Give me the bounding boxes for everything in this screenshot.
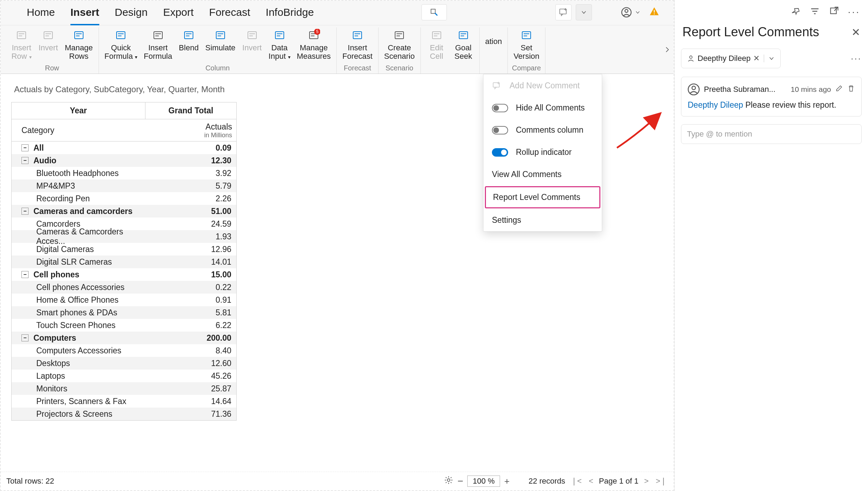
svg-text:5: 5 bbox=[316, 29, 319, 34]
more-icon[interactable]: ··· bbox=[848, 6, 860, 18]
ribbon-btn-manage[interactable]: 5ManageMeasures bbox=[294, 27, 334, 62]
ribbon-btn-data[interactable]: DataInput ▾ bbox=[266, 27, 293, 62]
ribbon-btn-insert[interactable]: InsertFormula bbox=[141, 27, 175, 62]
col-header-year[interactable]: Year bbox=[12, 102, 145, 119]
ribbon-btn-invert: Invert bbox=[239, 27, 265, 62]
comment-mention[interactable]: Deepthy Dileep bbox=[688, 100, 743, 109]
close-icon[interactable]: ✕ bbox=[851, 26, 860, 38]
subcategory-row[interactable]: Home & Office Phones0.91 bbox=[12, 294, 236, 306]
ribbon-btn-manage[interactable]: ManageRows bbox=[62, 27, 96, 62]
row-value: 5.79 bbox=[145, 181, 236, 191]
page-last-button[interactable]: >❘ bbox=[654, 477, 668, 486]
user-menu-button[interactable] bbox=[618, 5, 643, 19]
zoom-out-button[interactable]: − bbox=[457, 476, 463, 487]
ribbon-btn-set[interactable]: SetVersion bbox=[511, 27, 542, 62]
tab-infobridge[interactable]: InfoBridge bbox=[266, 4, 314, 25]
comment-card[interactable]: Preetha Subraman... 10 mins ago Deepthy … bbox=[681, 77, 862, 117]
toggle-icon[interactable] bbox=[492, 126, 508, 134]
edit-comment-icon[interactable] bbox=[835, 84, 843, 94]
ribbon-btn-blend[interactable]: Blend bbox=[176, 27, 202, 62]
pin-icon[interactable] bbox=[791, 6, 801, 18]
zoom-in-button[interactable]: + bbox=[504, 476, 510, 487]
subcategory-row[interactable]: Laptops45.26 bbox=[12, 370, 236, 382]
ribbon-btn-ation[interactable]: ation bbox=[482, 27, 505, 47]
category-row[interactable]: −Audio12.30 bbox=[12, 154, 236, 167]
panel-title: Report Level Comments bbox=[682, 25, 819, 39]
menu-hide-all-comments[interactable]: Hide All Comments bbox=[483, 97, 602, 119]
delete-comment-icon[interactable] bbox=[847, 84, 855, 94]
data-grid[interactable]: Year Grand Total Category Actuals in Mil… bbox=[11, 102, 237, 421]
row-label: Computers bbox=[33, 333, 76, 343]
subcategory-row[interactable]: Bluetooth Headphones3.92 bbox=[12, 167, 236, 180]
subcategory-row[interactable]: Desktops12.60 bbox=[12, 357, 236, 370]
new-comment-button[interactable] bbox=[555, 4, 572, 20]
subcategory-row[interactable]: Smart phones & PDAs5.81 bbox=[12, 306, 236, 319]
row-value: 3.92 bbox=[145, 169, 236, 178]
category-row[interactable]: −All0.09 bbox=[12, 141, 236, 154]
tab-insert[interactable]: Insert bbox=[70, 4, 99, 25]
menu-settings[interactable]: Settings bbox=[483, 209, 602, 231]
chevron-down-icon[interactable] bbox=[768, 55, 775, 62]
menu-report-level-comments[interactable]: Report Level Comments bbox=[485, 186, 600, 208]
subcategory-row[interactable]: Cell phones Accessories0.22 bbox=[12, 281, 236, 294]
collapse-icon[interactable]: − bbox=[21, 334, 29, 341]
tab-forecast[interactable]: Forecast bbox=[209, 4, 250, 25]
add-comment-icon bbox=[492, 81, 502, 90]
ribbon-btn-insert: InsertRow ▾ bbox=[8, 27, 35, 62]
row-label: Cameras & Camcorders Acces... bbox=[36, 227, 145, 246]
measure-header: Actuals in Millions bbox=[145, 119, 236, 141]
settings-gear-icon[interactable] bbox=[444, 476, 453, 487]
page-next-button[interactable]: > bbox=[643, 477, 650, 486]
ribbon-btn-quick[interactable]: QuickFormula ▾ bbox=[102, 27, 140, 62]
ribbon-btn-simulate[interactable]: Simulate bbox=[202, 27, 238, 62]
ribbon-btn-insert[interactable]: InsertForecast bbox=[339, 27, 375, 62]
subcategory-row[interactable]: Cameras & Camcorders Acces...1.93 bbox=[12, 230, 236, 243]
tab-home[interactable]: Home bbox=[27, 4, 55, 25]
mention-chip[interactable]: Deepthy Dileep ✕ bbox=[681, 49, 781, 68]
menu-comments-column[interactable]: Comments column bbox=[483, 119, 602, 141]
row-value: 45.26 bbox=[145, 371, 236, 381]
category-row[interactable]: −Cell phones15.00 bbox=[12, 268, 236, 281]
collapse-icon[interactable]: − bbox=[21, 271, 29, 278]
comment-dropdown-trigger[interactable] bbox=[576, 4, 592, 20]
collapse-icon[interactable]: − bbox=[21, 144, 29, 151]
tab-export[interactable]: Export bbox=[163, 4, 194, 25]
popout-icon[interactable] bbox=[829, 6, 839, 18]
svg-rect-13 bbox=[248, 32, 256, 39]
collapse-icon[interactable]: − bbox=[21, 208, 29, 215]
row-header-category[interactable]: Category bbox=[12, 119, 145, 141]
toggle-icon[interactable] bbox=[492, 148, 508, 157]
page-first-button[interactable]: ❘< bbox=[569, 477, 583, 486]
subcategory-row[interactable]: Recording Pen2.26 bbox=[12, 192, 236, 205]
filter-icon[interactable] bbox=[810, 6, 820, 18]
subcategory-row[interactable]: Projectors & Screens71.36 bbox=[12, 408, 236, 420]
chip-remove-icon[interactable]: ✕ bbox=[753, 54, 760, 63]
menu-rollup-indicator[interactable]: Rollup indicator bbox=[483, 141, 602, 163]
highlight-tool-button[interactable] bbox=[421, 4, 447, 20]
avatar-icon bbox=[688, 83, 700, 95]
col-header-grand-total[interactable]: Grand Total bbox=[145, 102, 236, 119]
page-prev-button[interactable]: < bbox=[587, 477, 595, 486]
ribbon-btn-goal[interactable]: GoalSeek bbox=[450, 27, 476, 62]
subcategory-row[interactable]: Monitors25.87 bbox=[12, 382, 236, 395]
ribbon-btn-create[interactable]: CreateScenario bbox=[381, 27, 418, 62]
ribbon-scroll-right[interactable] bbox=[662, 44, 672, 56]
toggle-icon[interactable] bbox=[492, 104, 508, 112]
menu-view-all-comments[interactable]: View All Comments bbox=[483, 163, 602, 185]
category-row[interactable]: −Cameras and camcorders51.00 bbox=[12, 205, 236, 218]
subcategory-row[interactable]: MP4&MP35.79 bbox=[12, 180, 236, 192]
svg-rect-7 bbox=[44, 32, 52, 39]
tab-design[interactable]: Design bbox=[115, 4, 148, 25]
collapse-icon[interactable]: − bbox=[21, 157, 29, 164]
reply-input[interactable]: Type @ to mention bbox=[681, 124, 862, 144]
svg-rect-0 bbox=[431, 9, 435, 13]
subcategory-row[interactable]: Digital SLR Cameras14.01 bbox=[12, 256, 236, 268]
category-row[interactable]: −Computers200.00 bbox=[12, 332, 236, 344]
svg-rect-19 bbox=[395, 32, 404, 39]
subcategory-row[interactable]: Digital Cameras12.96 bbox=[12, 243, 236, 256]
subcategory-row[interactable]: Touch Screen Phones6.22 bbox=[12, 319, 236, 332]
subcategory-row[interactable]: Computers Accessories8.40 bbox=[12, 344, 236, 357]
chip-more-icon[interactable]: ··· bbox=[851, 53, 862, 64]
zoom-input[interactable]: 100 % bbox=[467, 476, 500, 487]
subcategory-row[interactable]: Printers, Scanners & Fax14.64 bbox=[12, 395, 236, 408]
